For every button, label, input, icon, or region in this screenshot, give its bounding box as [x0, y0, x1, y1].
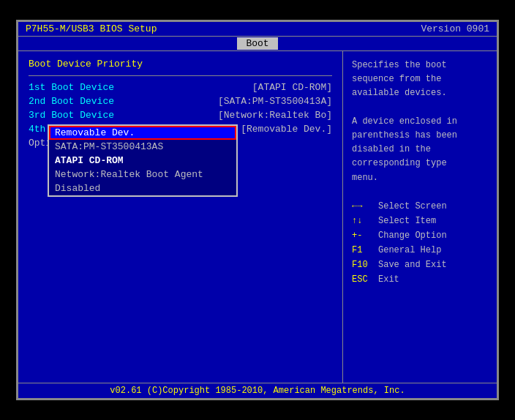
- key-desc-change: Change Option: [378, 229, 447, 242]
- dropdown-item-5[interactable]: Disabled: [49, 181, 236, 195]
- right-description: Specifies the boot sequence from the ava…: [352, 59, 488, 185]
- bios-footer: v02.61 (C)Copyright 1985-2010, American …: [18, 383, 497, 398]
- key-row-f1: F1 General Help: [352, 244, 488, 257]
- bios-header: P7H55-M/USB3 BIOS Setup Version 0901: [18, 22, 497, 37]
- key-row-change: +- Change Option: [352, 229, 488, 242]
- bios-body: Boot Device Priority 1st Boot Device [AT…: [18, 51, 497, 383]
- dropdown-item-3[interactable]: ATAPI CD-ROM: [49, 154, 236, 168]
- key-desc-esc: Exit: [378, 273, 399, 286]
- key-row-f10: F10 Save and Exit: [352, 258, 488, 271]
- key-hints: ←→ Select Screen ↑↓ Select Item +- Chang…: [352, 200, 488, 286]
- footer-text: v02.61 (C)Copyright 1985-2010, American …: [110, 386, 405, 396]
- key-desc-screen: Select Screen: [378, 200, 447, 213]
- boot-value-2: [SATA:PM-ST3500413A]: [218, 96, 332, 107]
- bios-version: Version 0901: [421, 23, 489, 34]
- key-desc-f1: General Help: [378, 244, 441, 257]
- boot-label-3: 3rd Boot Device: [29, 110, 114, 121]
- dropdown-item-1[interactable]: Removable Dev.: [49, 126, 236, 140]
- tab-bar: Boot: [18, 37, 497, 51]
- key-plusminus: +-: [352, 229, 372, 242]
- key-desc-item: Select Item: [378, 214, 436, 228]
- bios-window: P7H55-M/USB3 BIOS Setup Version 0901 Boo…: [16, 20, 499, 400]
- dropdown-item-4[interactable]: Network:Realtek Boot Agent: [49, 168, 236, 181]
- boot-label-1: 1st Boot Device: [29, 82, 114, 93]
- key-row-item: ↑↓ Select Item: [352, 214, 488, 228]
- right-panel: Specifies the boot sequence from the ava…: [343, 51, 497, 383]
- section-title: Boot Device Priority: [29, 59, 332, 70]
- dropdown-popup[interactable]: Removable Dev. SATA:PM-ST3500413AS ATAPI…: [48, 124, 238, 197]
- key-row-esc: ESC Exit: [352, 273, 488, 286]
- boot-value-3: [Network:Realtek Bo]: [218, 110, 332, 121]
- boot-value-4: [Removable Dev.]: [241, 124, 332, 135]
- key-f10: F10: [352, 258, 372, 271]
- key-arrow-ud: ↑↓: [352, 214, 372, 228]
- boot-device-row-1[interactable]: 1st Boot Device [ATAPI CD-ROM]: [29, 82, 332, 93]
- boot-label-2: 2nd Boot Device: [29, 96, 114, 107]
- key-row-screen: ←→ Select Screen: [352, 200, 488, 213]
- boot-device-row-2[interactable]: 2nd Boot Device [SATA:PM-ST3500413A]: [29, 96, 332, 107]
- dropdown-item-2[interactable]: SATA:PM-ST3500413AS: [49, 140, 236, 154]
- boot-device-row-3[interactable]: 3rd Boot Device [Network:Realtek Bo]: [29, 110, 332, 121]
- key-arrow-lr: ←→: [352, 200, 372, 213]
- divider: [29, 75, 332, 76]
- key-desc-f10: Save and Exit: [378, 258, 447, 271]
- key-f1: F1: [352, 244, 372, 257]
- bios-title: P7H55-M/USB3 BIOS Setup: [26, 23, 157, 34]
- boot-value-1: [ATAPI CD-ROM]: [252, 82, 332, 93]
- key-esc: ESC: [352, 273, 372, 286]
- left-panel: Boot Device Priority 1st Boot Device [AT…: [18, 51, 343, 383]
- tab-boot[interactable]: Boot: [237, 37, 277, 50]
